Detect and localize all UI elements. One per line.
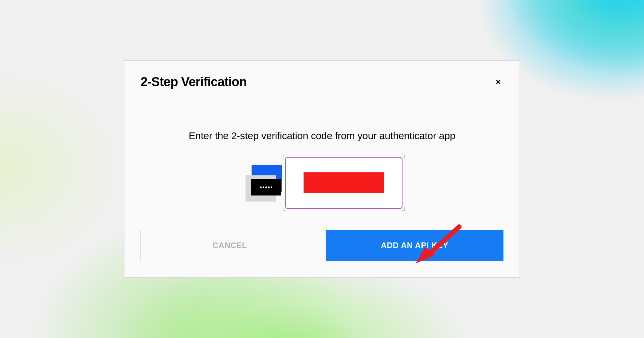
add-api-key-button[interactable]: ADD AN API KEY <box>326 230 503 261</box>
password-icon <box>241 163 282 203</box>
modal-footer: CANCEL ADD AN API KEY <box>124 230 520 277</box>
verification-modal: 2-Step Verification × Enter the 2-step v… <box>124 60 520 278</box>
code-input-area <box>145 153 499 213</box>
code-input-container <box>285 157 402 209</box>
modal-header: 2-Step Verification × <box>124 61 520 102</box>
modal-title: 2-Step Verification <box>141 75 247 89</box>
redacted-code <box>304 172 384 193</box>
cancel-button[interactable]: CANCEL <box>141 230 319 261</box>
verification-code-input[interactable] <box>285 157 402 209</box>
close-button[interactable]: × <box>493 75 503 89</box>
close-icon: × <box>496 77 501 87</box>
modal-body: Enter the 2-step verification code from … <box>124 102 520 230</box>
instruction-text: Enter the 2-step verification code from … <box>171 129 473 143</box>
